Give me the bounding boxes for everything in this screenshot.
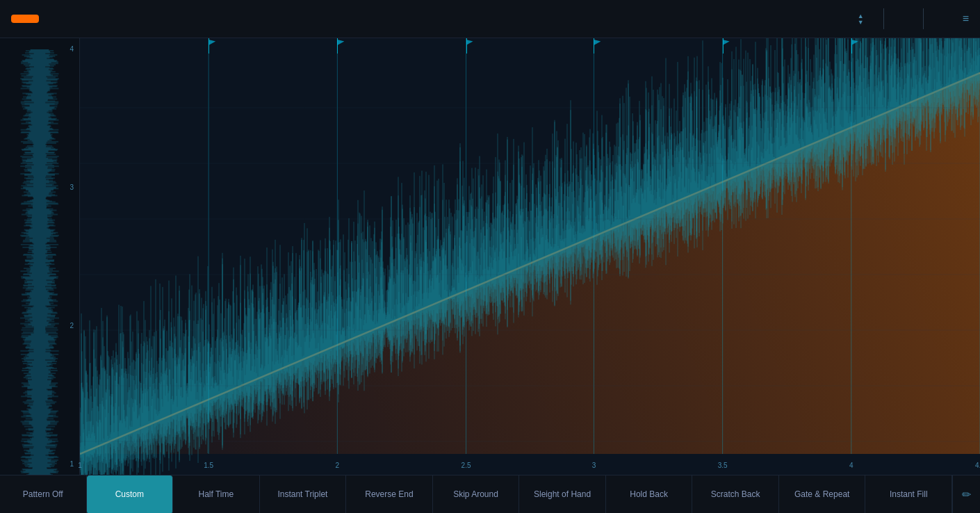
footer-btn-gate-&-repeat[interactable]: Gate & Repeat [779, 475, 866, 514]
axis-tick-1.5: 1.5 [204, 462, 213, 469]
footer-btn-pattern-off[interactable]: Pattern Off [0, 475, 87, 514]
footer-btn-scratch-back[interactable]: Scratch Back [692, 475, 779, 514]
beat-flag[interactable] [461, 38, 472, 54]
axis-tick-2.5: 2.5 [462, 462, 471, 469]
axis-tick-3.5: 3.5 [718, 462, 728, 469]
tab-time[interactable] [11, 15, 39, 23]
axis-tick-3: 3 [592, 462, 596, 469]
axis-tick-4.5: 4.5 [975, 462, 980, 469]
footer-btn-half-time[interactable]: Half Time [173, 475, 260, 514]
beat-num-4: 4 [70, 45, 74, 53]
axis-tick-4: 4 [849, 462, 854, 469]
beat-num-1: 1 [70, 460, 74, 468]
tab-repeat[interactable] [42, 15, 70, 23]
beat-flag[interactable] [974, 38, 980, 54]
beat-flag[interactable] [588, 38, 599, 54]
edit-button[interactable]: ✏ [952, 475, 980, 514]
left-sidebar: 4 3 2 1 [0, 38, 80, 475]
beat-flag[interactable] [332, 38, 343, 54]
axis-tick-1: 1 [78, 462, 82, 469]
beat-flag[interactable] [846, 38, 857, 54]
footer-btn-sleight-of-hand[interactable]: Sleight of Hand [519, 475, 606, 514]
tab-group [11, 15, 100, 23]
header-controls: ▲▼ ≡ [855, 8, 969, 29]
mix-icon[interactable]: ≡ [963, 13, 969, 25]
length-arrows: ▲▼ [858, 13, 864, 26]
footer-btn-custom[interactable]: Custom [87, 475, 174, 514]
main-area: 4 3 2 1 11.522.533.544.5 [0, 38, 980, 475]
waveform-area: 11.522.533.544.5 [80, 38, 980, 475]
beat-num-3: 3 [70, 184, 74, 191]
footer-btn-reverse-end[interactable]: Reverse End [346, 475, 433, 514]
divider-1 [883, 8, 884, 29]
mini-waveform [19, 49, 60, 475]
beat-markers: 4 3 2 1 [70, 38, 74, 475]
bottom-axis: 11.522.533.544.5 [80, 454, 980, 475]
footer-btn-hold-back[interactable]: Hold Back [606, 475, 693, 514]
divider-2 [923, 8, 924, 29]
axis-tick-2: 2 [336, 462, 340, 469]
length-control[interactable]: ▲▼ [855, 12, 864, 26]
beat-num-2: 2 [70, 322, 74, 329]
footer: Pattern OffCustomHalf TimeInstant Triple… [0, 475, 980, 513]
beat-flag[interactable] [717, 38, 728, 54]
footer-btn-instant-triplet[interactable]: Instant Triplet [260, 475, 347, 514]
footer-btn-skip-around[interactable]: Skip Around [433, 475, 520, 514]
header: ▲▼ ≡ [0, 0, 980, 38]
tab-volume[interactable] [72, 15, 100, 23]
length-value: ▲▼ [855, 13, 864, 26]
footer-btn-instant-fill[interactable]: Instant Fill [865, 475, 952, 514]
beat-flag[interactable] [203, 38, 214, 54]
